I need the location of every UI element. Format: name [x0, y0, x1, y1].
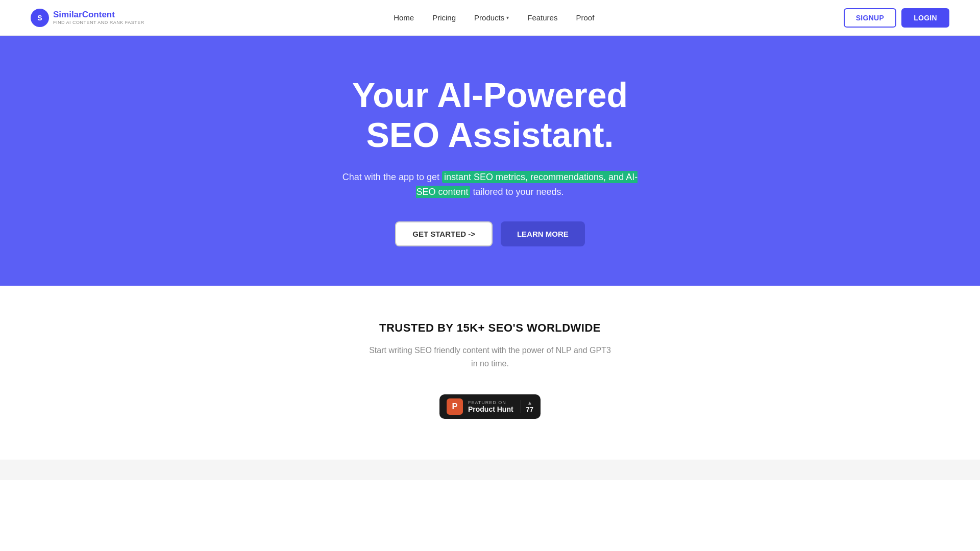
vote-count: 77	[526, 406, 533, 413]
product-hunt-name: Product Hunt	[468, 405, 513, 413]
logo-sub: FIND AI CONTENT AND RANK FASTER	[53, 20, 144, 25]
trusted-desc-text: Start writing SEO friendly content with …	[369, 346, 611, 368]
learn-more-button[interactable]: LEARN MORE	[501, 221, 585, 246]
nav-link-products[interactable]: Products	[474, 13, 504, 22]
navbar: S SimilarContent FIND AI CONTENT AND RAN…	[0, 0, 980, 36]
nav-item-features[interactable]: Features	[527, 13, 557, 22]
product-hunt-text: FEATURED ON Product Hunt	[468, 400, 513, 413]
hero-subtitle-before: Chat with the app to get	[342, 172, 442, 182]
product-hunt-featured-on: FEATURED ON	[468, 400, 506, 405]
signup-button[interactable]: SIGNUP	[844, 8, 896, 28]
logo-brand: SimilarContent	[53, 10, 144, 20]
nav-item-pricing[interactable]: Pricing	[432, 13, 456, 22]
get-started-button[interactable]: GET STARTED ->	[395, 221, 493, 246]
trusted-title: TRUSTED BY 15K+ SEO'S WORLDWIDE	[379, 321, 601, 335]
product-hunt-logo: P	[447, 398, 463, 415]
product-hunt-badge[interactable]: P FEATURED ON Product Hunt ▲ 77	[439, 394, 541, 419]
nav-actions: SIGNUP LOGIN	[844, 8, 949, 28]
nav-link-home[interactable]: Home	[394, 13, 414, 22]
hero-title: Your AI-Powered SEO Assistant.	[311, 75, 669, 155]
nav-item-products[interactable]: Products ▾	[474, 13, 509, 22]
nav-link-features[interactable]: Features	[527, 13, 557, 22]
hero-section: Your AI-Powered SEO Assistant. Chat with…	[0, 36, 980, 286]
logo: S SimilarContent FIND AI CONTENT AND RAN…	[31, 9, 144, 27]
nav-link-proof[interactable]: Proof	[576, 13, 594, 22]
chevron-down-icon: ▾	[506, 15, 509, 20]
bottom-bar	[0, 460, 980, 480]
trusted-section: TRUSTED BY 15K+ SEO'S WORLDWIDE Start wr…	[0, 286, 980, 460]
hero-buttons: GET STARTED -> LEARN MORE	[395, 221, 585, 246]
login-button[interactable]: LOGIN	[901, 8, 949, 28]
logo-icon: S	[31, 9, 49, 27]
nav-item-home[interactable]: Home	[394, 13, 414, 22]
trusted-description: Start writing SEO friendly content with …	[369, 344, 611, 370]
svg-text:S: S	[37, 14, 42, 22]
hero-subtitle-after: tailored to your needs.	[470, 187, 564, 197]
nav-links: Home Pricing Products ▾ Features Proof	[394, 13, 594, 22]
hero-subtitle: Chat with the app to get instant SEO met…	[337, 170, 643, 199]
nav-link-pricing[interactable]: Pricing	[432, 13, 456, 22]
logo-text: SimilarContent FIND AI CONTENT AND RANK …	[53, 10, 144, 25]
nav-products-dropdown[interactable]: Products ▾	[474, 13, 509, 22]
upvote-arrow-icon: ▲	[527, 400, 532, 406]
nav-item-proof[interactable]: Proof	[576, 13, 594, 22]
product-hunt-votes: ▲ 77	[521, 400, 533, 413]
